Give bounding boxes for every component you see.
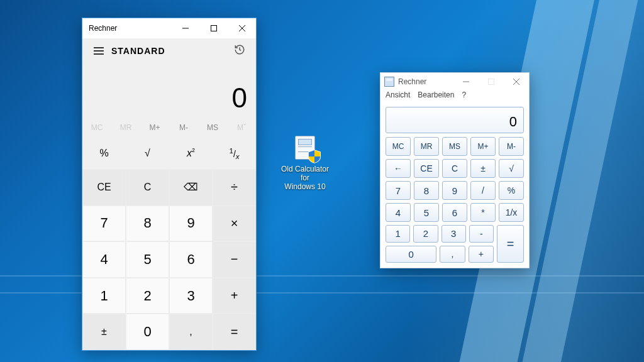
old-display: 0 [386,107,524,133]
digit-1-button[interactable]: 1 [82,278,126,314]
calculator-icon [292,136,318,162]
old-negate-button[interactable]: ± [470,159,496,178]
recip-num: 1 [229,146,233,155]
square-exp: 2 [192,147,195,153]
divide-button[interactable]: ÷ [213,169,256,206]
digit-3-button[interactable]: 3 [169,278,213,314]
sqrt-button[interactable]: √ [126,138,169,169]
old-digit-5-button[interactable]: 5 [414,203,439,222]
old-minus-button[interactable]: - [469,225,494,243]
mminus-button[interactable]: M- [169,118,198,138]
minus-button[interactable]: − [213,241,256,278]
reciprocal-button[interactable]: 1/x [213,138,256,169]
digit-7-button[interactable]: 7 [82,206,126,242]
mode-label: STANDARD [111,46,165,56]
old-reciprocal-button[interactable]: 1/x [499,203,524,222]
equals-button[interactable]: = [213,314,256,350]
digit-5-button[interactable]: 5 [126,241,169,278]
old-digit-9-button[interactable]: 9 [442,181,467,200]
digit-2-button[interactable]: 2 [126,278,169,314]
old-c-button[interactable]: C [442,159,467,178]
old-window-title: Rechner [398,77,426,86]
old-sqrt-button[interactable]: √ [499,159,524,178]
square-button[interactable]: x2 [169,138,213,169]
c-button[interactable]: C [126,169,169,206]
digit-0-button[interactable]: 0 [126,314,169,350]
old-divide-button[interactable]: / [470,181,496,200]
digit-4-button[interactable]: 4 [82,241,126,278]
modern-display: 0 [82,63,256,118]
calculator-app-icon [384,77,394,87]
old-multiply-button[interactable]: * [470,203,496,222]
multiply-button[interactable]: × [213,206,256,242]
old-mplus-button[interactable]: M+ [470,137,496,156]
negate-button[interactable]: ± [82,314,126,350]
modern-window-title: Rechner [89,24,117,33]
menu-edit[interactable]: Bearbeiten [418,90,454,104]
old-mminus-button[interactable]: M- [499,137,524,156]
old-ce-button[interactable]: CE [414,159,439,178]
close-button[interactable] [228,18,256,38]
percent-button[interactable]: % [82,138,126,169]
old-digit-6-button[interactable]: 6 [442,203,467,222]
decimal-button[interactable]: , [169,314,213,350]
old-mc-button[interactable]: MC [386,137,411,156]
backspace-button[interactable]: ⌫ [169,169,213,206]
menu-view[interactable]: Ansicht [386,90,410,104]
old-backspace-button[interactable]: ← [386,159,411,178]
old-digit-8-button[interactable]: 8 [414,181,439,200]
old-close-button[interactable] [504,73,529,90]
calculator-modern-window: Rechner STANDARD 0 MC MR M+ M- MS Mˇ % √… [82,18,257,351]
old-digit-0-button[interactable]: 0 [386,246,436,263]
ce-button[interactable]: CE [82,169,126,206]
uac-shield-icon [308,150,321,163]
keypad: CE C ⌫ ÷ 7 8 9 × 4 5 6 − 1 2 3 + ± 0 , = [82,169,256,350]
svg-rect-5 [489,79,494,85]
old-keypad: MC MR MS M+ M- ← CE C ± √ 7 8 9 / % 4 5 … [380,137,529,268]
history-icon[interactable] [227,44,252,58]
memory-row: MC MR M+ M- MS Mˇ [82,118,256,138]
maximize-button[interactable] [199,18,228,38]
hamburger-menu-icon[interactable] [86,38,111,63]
old-decimal-button[interactable]: , [440,246,465,263]
mlist-button[interactable]: Mˇ [227,118,256,138]
old-digit-7-button[interactable]: 7 [386,181,411,200]
minimize-button[interactable] [171,18,199,38]
shortcut-label-line1: Old Calculator for [281,165,329,182]
old-mr-button[interactable]: MR [414,137,439,156]
old-menubar: Ansicht Bearbeiten ? [380,90,529,104]
shortcut-label-line2: Windows 10 [284,182,325,191]
old-titlebar[interactable]: Rechner [380,73,529,90]
menu-help[interactable]: ? [462,90,466,104]
old-digit-3-button[interactable]: 3 [441,225,466,243]
desktop-shortcut-old-calculator[interactable]: Old Calculator for Windows 10 [277,136,333,191]
modern-titlebar[interactable]: Rechner [82,18,256,38]
mplus-button[interactable]: M+ [140,118,169,138]
recip-den: x [236,152,240,160]
square-base: x [187,148,192,159]
modern-header: STANDARD [82,38,256,63]
old-digit-1-button[interactable]: 1 [386,225,410,243]
ms-button[interactable]: MS [198,118,227,138]
old-plus-button[interactable]: + [469,246,494,263]
digit-8-button[interactable]: 8 [126,206,169,242]
mr-button[interactable]: MR [111,118,140,138]
digit-9-button[interactable]: 9 [169,206,213,242]
function-row: % √ x2 1/x [82,138,256,169]
svg-rect-1 [211,26,216,31]
old-equals-button[interactable]: = [497,225,524,263]
calculator-old-window: Rechner Ansicht Bearbeiten ? 0 MC MR MS … [380,72,530,268]
old-minimize-button[interactable] [453,73,479,90]
mc-button[interactable]: MC [82,118,111,138]
old-ms-button[interactable]: MS [442,137,467,156]
shortcut-label: Old Calculator for Windows 10 [277,165,333,191]
digit-6-button[interactable]: 6 [169,241,213,278]
old-percent-button[interactable]: % [499,181,524,200]
old-maximize-button [479,73,504,90]
plus-button[interactable]: + [213,278,256,314]
old-digit-4-button[interactable]: 4 [386,203,411,222]
old-digit-2-button[interactable]: 2 [413,225,438,243]
